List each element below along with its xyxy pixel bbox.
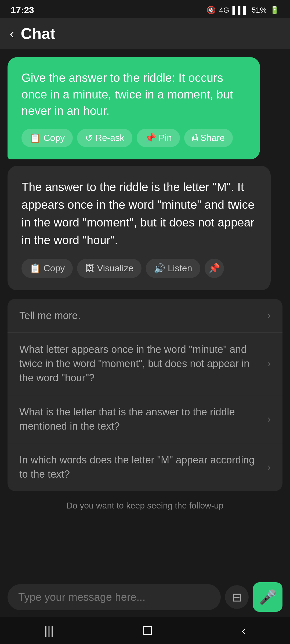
followup-text-2: What letter appears once in the word "mi… <box>19 342 267 385</box>
mic-icon: 🎤 <box>259 589 277 605</box>
ai-message-bubble: The answer to the riddle is the letter "… <box>8 166 271 290</box>
listen-icon: 🔊 <box>154 263 165 274</box>
footer-hint: Do you want to keep seeing the follow-up <box>8 497 282 514</box>
nav-back-icon: ‹ <box>242 624 246 637</box>
followup-text-1: Tell me more. <box>19 309 267 323</box>
listen-button[interactable]: 🔊 Listen <box>146 259 200 278</box>
followup-text-4: In which words does the letter "M" appea… <box>19 453 267 481</box>
ai-message-text: The answer to the riddle is the letter "… <box>21 178 257 249</box>
pin-icon: 📌 <box>145 133 156 143</box>
followup-text-3: What is the letter that is the answer to… <box>19 405 267 433</box>
listen-label: Listen <box>168 263 192 273</box>
share-label: Share <box>200 133 225 143</box>
page-title: Chat <box>21 24 55 42</box>
user-message-text: Give the answer to the riddle: It occurs… <box>21 69 246 119</box>
followup-arrow-1: › <box>267 310 271 321</box>
network-label: 4G <box>219 6 229 14</box>
nav-back-button[interactable]: ‹ <box>231 620 256 642</box>
input-bar: ⊟ 🎤 <box>0 577 290 617</box>
ai-copy-icon: 📋 <box>30 263 41 274</box>
battery-icon: 🔋 <box>270 6 279 14</box>
home-icon: ☐ <box>142 624 153 637</box>
user-message-actions: 📋 Copy ↺ Re-ask 📌 Pin ⎙ Share <box>21 129 246 147</box>
back-button[interactable]: ‹ <box>10 27 14 41</box>
status-bar: 17:23 🔇 4G ▌▌▌ 51% 🔋 <box>0 0 290 18</box>
chat-area: Give the answer to the riddle: It occurs… <box>0 49 290 522</box>
ai-copy-label: Copy <box>44 263 65 273</box>
status-icons: 🔇 4G ▌▌▌ 51% 🔋 <box>206 6 279 14</box>
followup-arrow-4: › <box>267 462 271 473</box>
pin-label: Pin <box>159 133 172 143</box>
message-input[interactable] <box>8 584 221 610</box>
battery-label: 51% <box>252 6 267 14</box>
reask-button[interactable]: ↺ Re-ask <box>77 129 132 147</box>
followup-arrow-2: › <box>267 358 271 369</box>
nav-recents-button[interactable]: ||| <box>34 620 64 642</box>
user-copy-button[interactable]: 📋 Copy <box>21 129 73 147</box>
share-icon: ⎙ <box>192 133 198 143</box>
copy-icon: 📋 <box>30 133 41 143</box>
mute-icon: 🔇 <box>206 6 216 14</box>
visualize-button[interactable]: 🖼 Visualize <box>77 259 141 278</box>
ai-message-actions: 📋 Copy 🖼 Visualize 🔊 Listen 📌 <box>21 259 257 278</box>
followup-item-3[interactable]: What is the letter that is the answer to… <box>8 395 282 443</box>
followup-item-2[interactable]: What letter appears once in the word "mi… <box>8 333 282 395</box>
scan-button[interactable]: ⊟ <box>225 585 249 609</box>
followup-arrow-3: › <box>267 414 271 425</box>
visualize-label: Visualize <box>97 263 133 273</box>
pin-button[interactable]: 📌 Pin <box>137 129 180 147</box>
ai-pin-button[interactable]: 📌 <box>205 259 224 278</box>
ai-copy-button[interactable]: 📋 Copy <box>21 259 73 278</box>
status-time: 17:23 <box>11 5 34 15</box>
visualize-icon: 🖼 <box>85 263 94 273</box>
recents-icon: ||| <box>44 624 53 637</box>
header: ‹ Chat <box>0 18 290 49</box>
reask-label: Re-ask <box>95 133 124 143</box>
followup-suggestions: Tell me more. › What letter appears once… <box>8 299 282 491</box>
ai-pin-icon: 📌 <box>208 263 220 274</box>
signal-icon: ▌▌▌ <box>232 6 248 14</box>
bottom-nav: ||| ☐ ‹ <box>0 617 290 644</box>
mic-button[interactable]: 🎤 <box>253 582 282 612</box>
share-button[interactable]: ⎙ Share <box>184 129 233 147</box>
followup-item-4[interactable]: In which words does the letter "M" appea… <box>8 443 282 491</box>
nav-home-button[interactable]: ☐ <box>132 620 164 642</box>
user-message-bubble: Give the answer to the riddle: It occurs… <box>8 57 260 159</box>
followup-item-1[interactable]: Tell me more. › <box>8 299 282 333</box>
scan-icon: ⊟ <box>232 590 242 604</box>
reask-icon: ↺ <box>85 133 93 143</box>
user-copy-label: Copy <box>44 133 65 143</box>
